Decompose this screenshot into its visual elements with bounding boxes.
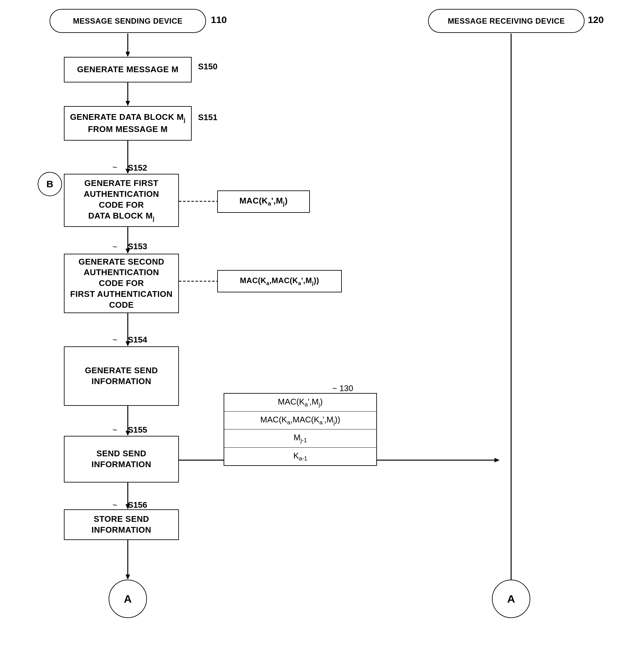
- connector-b-label: B: [46, 179, 53, 189]
- s154-box: GENERATE SENDINFORMATION: [64, 346, 179, 406]
- s151-box: GENERATE DATA BLOCK MjFROM MESSAGE M: [64, 106, 192, 141]
- arrows-svg: [0, 0, 644, 664]
- connector-a-right-label: A: [507, 593, 515, 605]
- s150-box: GENERATE MESSAGE M: [64, 57, 192, 82]
- connector-a-left-label: A: [124, 593, 132, 605]
- s156-box: STORE SEND INFORMATION: [64, 509, 179, 540]
- diagram: MESSAGE SENDING DEVICE 110 MESSAGE RECEI…: [0, 0, 644, 664]
- info-row-3: Mj-1: [224, 430, 376, 448]
- s155-step: S155: [128, 425, 147, 435]
- connector-a-left: A: [109, 580, 147, 618]
- s155-box: SEND SENDINFORMATION: [64, 436, 179, 482]
- s152-label: GENERATE FIRSTAUTHENTICATIONCODE FORDATA…: [84, 178, 159, 222]
- svg-marker-3: [126, 101, 130, 106]
- connector-b: B: [38, 172, 62, 196]
- s154-tilde: ~: [112, 335, 117, 345]
- s150-label: GENERATE MESSAGE M: [77, 64, 178, 75]
- mac1-label: MAC(Ka',Mj): [239, 195, 287, 208]
- s151-step: S151: [198, 112, 217, 122]
- ref-110: 110: [211, 14, 227, 25]
- message-receiving-device-box: MESSAGE RECEIVING DEVICE: [428, 9, 585, 33]
- svg-marker-19: [126, 575, 130, 580]
- ref-120: 120: [588, 14, 604, 25]
- s155-tilde: ~: [112, 425, 117, 435]
- s152-tilde: ~: [112, 162, 117, 172]
- info-row-2: MAC(Ka,MAC(Ka',Mj)): [224, 412, 376, 430]
- s153-step: S153: [128, 242, 147, 251]
- message-sending-device-box: MESSAGE SENDING DEVICE: [49, 9, 206, 33]
- s152-box: GENERATE FIRSTAUTHENTICATIONCODE FORDATA…: [64, 174, 179, 227]
- s152-step: S152: [128, 163, 147, 173]
- s156-label: STORE SEND INFORMATION: [65, 514, 178, 536]
- svg-marker-15: [494, 458, 500, 462]
- s154-step: S154: [128, 335, 147, 345]
- svg-marker-1: [126, 52, 130, 57]
- connector-a-right: A: [492, 580, 530, 618]
- mac1-box: MAC(Ka',Mj): [217, 190, 310, 213]
- s154-label: GENERATE SENDINFORMATION: [85, 365, 158, 387]
- s153-label: GENERATE SECONDAUTHENTICATIONCODE FORFIR…: [70, 256, 173, 311]
- ref-130: ~ 130: [332, 383, 353, 393]
- mac2-label: MAC(Ka,MAC(Ka',Mj)): [240, 275, 319, 287]
- message-sending-device-label: MESSAGE SENDING DEVICE: [73, 16, 183, 26]
- s150-step: S150: [198, 62, 217, 71]
- message-receiving-device-label: MESSAGE RECEIVING DEVICE: [448, 16, 565, 26]
- s156-tilde: ~: [112, 500, 117, 510]
- s156-step: S156: [128, 500, 147, 510]
- info-row-4: Ka-1: [224, 448, 376, 465]
- s153-tilde: ~: [112, 242, 117, 252]
- s151-label: GENERATE DATA BLOCK MjFROM MESSAGE M: [70, 112, 186, 135]
- info-box-130: MAC(Ka',Mj) MAC(Ka,MAC(Ka',Mj)) Mj-1 Ka-…: [223, 393, 377, 466]
- mac2-box: MAC(Ka,MAC(Ka',Mj)): [217, 270, 342, 292]
- info-row-1: MAC(Ka',Mj): [224, 394, 376, 412]
- s155-label: SEND SENDINFORMATION: [92, 448, 151, 470]
- s153-box: GENERATE SECONDAUTHENTICATIONCODE FORFIR…: [64, 254, 179, 313]
